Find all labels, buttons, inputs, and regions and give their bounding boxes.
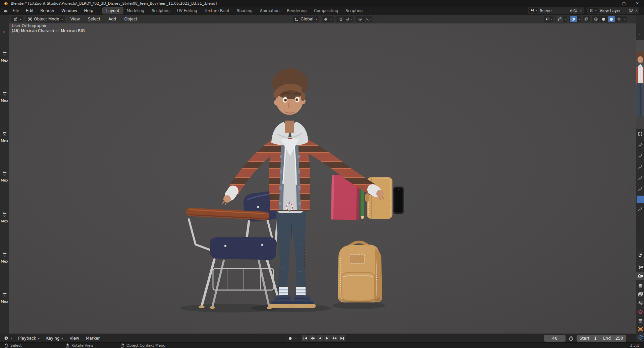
phone[interactable] [393, 187, 404, 214]
minimize-button[interactable]: – [604, 0, 617, 7]
channel-block[interactable]: ◆▪◆ ◇ Mex [0, 91, 9, 103]
proportional-falloff-selector[interactable]: ▾ [364, 16, 371, 22]
tab-rendering[interactable]: Rendering [283, 7, 310, 14]
pin-icon[interactable] [569, 8, 573, 13]
channel-block[interactable]: ◆▪◆ ◇ Mex [0, 252, 9, 264]
object-properties-tab[interactable] [636, 325, 644, 333]
channel-block[interactable]: ◆▪◆ ◇ Mex [0, 171, 9, 183]
close-button[interactable]: ✕ [631, 0, 644, 7]
shading-solid-button[interactable] [600, 16, 607, 22]
menu-add[interactable]: Add [106, 16, 119, 22]
scene-properties-tab[interactable] [636, 299, 644, 307]
scene-canvas[interactable] [9, 23, 636, 334]
menu-select[interactable]: Select [85, 16, 103, 22]
tab-layout[interactable]: Layout [103, 7, 123, 14]
timeline-editor-type-button[interactable]: ▾ [2, 335, 14, 342]
tab-sculpting[interactable]: Sculpting [148, 7, 173, 14]
new-scene-icon[interactable] [573, 8, 578, 13]
viewport-info-text: User Orthographic (46) Mexican Character… [12, 23, 85, 33]
scene-selector[interactable]: ▾ Scene × [528, 7, 584, 14]
transform-orientation-selector[interactable]: Global ▾ [292, 16, 319, 22]
menu-timeline-view[interactable]: View [67, 335, 82, 341]
tab-animation[interactable]: Animation [256, 7, 283, 14]
blender-menu-icon[interactable] [3, 9, 8, 13]
fcurve-icon[interactable] [636, 175, 644, 181]
expand-left-icon[interactable]: ‹› [0, 30, 8, 33]
menu-window[interactable]: Window [58, 7, 80, 14]
world-properties-tab[interactable] [636, 307, 644, 316]
remove-view-layer-icon[interactable]: × [635, 8, 638, 13]
render-properties-tab[interactable] [636, 272, 644, 280]
snap-toggle[interactable] [337, 16, 344, 22]
viewport-3d[interactable]: User Orthographic (46) Mexican Character… [9, 23, 636, 334]
fcurve-icon[interactable] [636, 164, 644, 169]
jump-to-start-button[interactable] [302, 335, 308, 341]
xray-toggle[interactable] [583, 16, 590, 22]
menu-keying[interactable]: Keying ▾ [43, 335, 65, 341]
menu-marker[interactable]: Marker [83, 335, 102, 341]
expand-right-icon[interactable]: ‹› [636, 33, 644, 36]
mode-selector[interactable]: Object Mode ▾ [26, 16, 65, 22]
tab-uv-editing[interactable]: UV Editing [173, 7, 201, 14]
selectability-visibility[interactable]: ▾ [544, 16, 553, 22]
previous-keyframe-button[interactable] [309, 335, 316, 341]
tab-shading[interactable]: Shading [233, 7, 256, 14]
unlink-scene-icon[interactable]: × [580, 8, 583, 13]
tab-texture-paint[interactable]: Texture Paint [201, 7, 233, 14]
view-layer-browse-icon[interactable]: ▾ [589, 8, 598, 13]
mouse-right-icon [121, 343, 124, 348]
maximize-button[interactable]: ▢ [617, 0, 631, 7]
tab-compositing[interactable]: Compositing [310, 7, 342, 14]
channel-block[interactable]: ◆▪◆ ◇ Mex [0, 131, 9, 143]
menu-file[interactable]: File [9, 7, 22, 14]
play-button[interactable] [324, 335, 330, 341]
view-layer-name[interactable]: View Layer [600, 8, 629, 13]
end-frame-field[interactable]: End 250 [600, 335, 626, 342]
menu-help[interactable]: Help [80, 7, 96, 14]
editor-type-button[interactable]: ▾ [11, 16, 23, 22]
properties-editor-icon[interactable] [636, 251, 644, 259]
new-view-layer-icon[interactable] [629, 8, 633, 13]
tab-modeling[interactable]: Modeling [123, 7, 148, 14]
jump-to-end-button[interactable] [339, 335, 345, 341]
menu-render[interactable]: Render [37, 7, 58, 14]
channel-block[interactable]: ◆▪◆ ◇ Mex [0, 51, 9, 63]
gizmos-toggle[interactable] [556, 16, 563, 22]
scene-name[interactable]: Scene [540, 8, 569, 13]
fcurve-icon[interactable] [636, 153, 644, 158]
backpack-object[interactable] [338, 242, 382, 303]
selected-channel-row[interactable] [637, 196, 644, 203]
view-layer-selector[interactable]: ▾ View Layer × [587, 7, 639, 14]
overlays-toggle[interactable] [570, 16, 577, 22]
scene-browse-icon[interactable]: ▾ [529, 8, 538, 13]
output-properties-tab[interactable] [636, 281, 644, 289]
fcurve-icon[interactable] [636, 206, 644, 212]
proportional-edit-toggle[interactable] [357, 16, 363, 22]
snap-target-selector[interactable]: ▾ [345, 16, 352, 22]
left-collapsed-panel[interactable]: ‹› ◆▪◆ ◇ Mex ◆▪◆ ◇ Mex ◆▪◆ ◇ Mex ◆▪◆ ◇ M… [0, 15, 9, 334]
menu-view[interactable]: View [68, 16, 83, 22]
add-workspace-button[interactable]: + [366, 8, 375, 14]
outliner-icon[interactable] [636, 131, 644, 137]
channel-block[interactable]: ◆▪◆ ◇ Mex [0, 212, 9, 223]
shading-wireframe-button[interactable] [593, 16, 599, 22]
channel-block[interactable]: ◆▪◆ ◇ Mex [0, 292, 9, 304]
tool-properties-tab[interactable] [636, 263, 644, 271]
pivot-point-selector[interactable]: ▾ [322, 16, 334, 22]
next-keyframe-button[interactable] [331, 335, 338, 341]
menu-edit[interactable]: Edit [22, 7, 37, 14]
fcurve-icon[interactable] [636, 186, 644, 192]
start-frame-field[interactable]: Start 1 [577, 335, 600, 342]
shading-rendered-button[interactable] [616, 16, 623, 22]
tab-scripting[interactable]: Scripting [342, 7, 366, 14]
fcurve-icon[interactable] [636, 142, 644, 147]
current-frame-field[interactable]: 46 [544, 335, 566, 342]
collection-properties-tab[interactable] [636, 316, 644, 324]
play-reverse-button[interactable] [317, 335, 323, 341]
right-collapsed-panel[interactable]: ‹› [636, 15, 644, 342]
shading-material-button[interactable] [608, 16, 615, 22]
auto-key-record-button[interactable] [287, 335, 293, 341]
menu-object[interactable]: Object [121, 16, 140, 22]
view-layer-properties-tab[interactable] [636, 290, 644, 298]
menu-playback[interactable]: Playback ▾ [15, 335, 42, 341]
